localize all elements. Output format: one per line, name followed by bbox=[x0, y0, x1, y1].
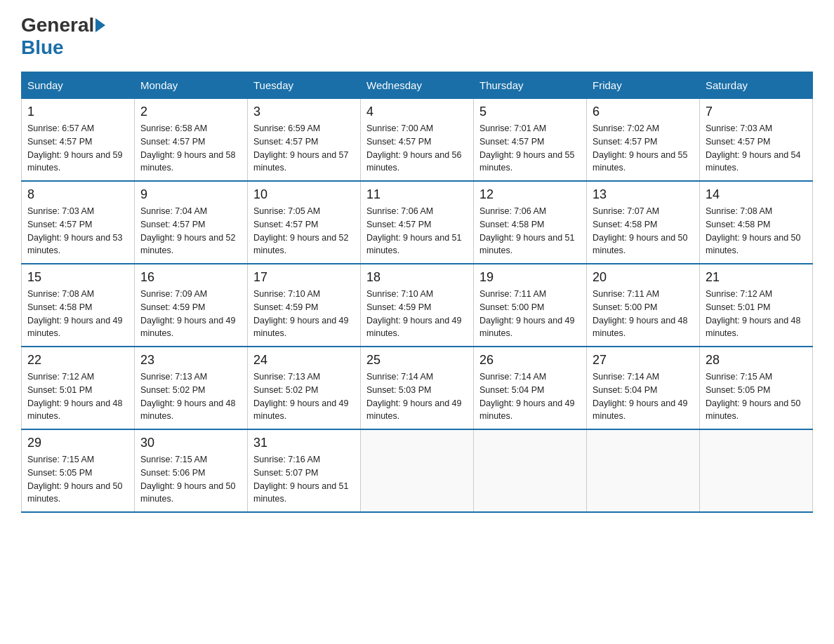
day-info: Sunrise: 7:15 AMSunset: 5:05 PMDaylight:… bbox=[706, 370, 807, 423]
calendar-cell bbox=[587, 429, 700, 512]
calendar-cell: 6 Sunrise: 7:02 AMSunset: 4:57 PMDayligh… bbox=[587, 99, 700, 182]
calendar-cell: 28 Sunrise: 7:15 AMSunset: 5:05 PMDaylig… bbox=[700, 347, 813, 429]
calendar-cell: 8 Sunrise: 7:03 AMSunset: 4:57 PMDayligh… bbox=[22, 181, 135, 264]
calendar-cell: 22 Sunrise: 7:12 AMSunset: 5:01 PMDaylig… bbox=[22, 347, 135, 429]
calendar-cell: 12 Sunrise: 7:06 AMSunset: 4:58 PMDaylig… bbox=[474, 181, 587, 264]
day-info: Sunrise: 6:57 AMSunset: 4:57 PMDaylight:… bbox=[27, 122, 128, 175]
day-number: 27 bbox=[593, 353, 694, 368]
header-thursday: Thursday bbox=[474, 72, 587, 99]
calendar-cell: 3 Sunrise: 6:59 AMSunset: 4:57 PMDayligh… bbox=[248, 99, 361, 182]
day-info: Sunrise: 7:15 AMSunset: 5:05 PMDaylight:… bbox=[27, 453, 128, 506]
day-number: 18 bbox=[366, 270, 468, 285]
header-tuesday: Tuesday bbox=[248, 72, 361, 99]
day-info: Sunrise: 7:14 AMSunset: 5:04 PMDaylight:… bbox=[593, 370, 694, 423]
logo-arrow-icon bbox=[95, 18, 105, 32]
day-number: 15 bbox=[27, 270, 128, 285]
day-number: 3 bbox=[253, 105, 355, 119]
day-info: Sunrise: 7:12 AMSunset: 5:01 PMDaylight:… bbox=[27, 370, 128, 423]
day-number: 26 bbox=[479, 353, 581, 368]
week-row-2: 8 Sunrise: 7:03 AMSunset: 4:57 PMDayligh… bbox=[22, 181, 813, 264]
header-wednesday: Wednesday bbox=[361, 72, 474, 99]
calendar-table: Sunday Monday Tuesday Wednesday Thursday… bbox=[21, 72, 813, 513]
page-header: General Blue bbox=[21, 14, 813, 59]
day-info: Sunrise: 6:59 AMSunset: 4:57 PMDaylight:… bbox=[253, 122, 355, 175]
day-info: Sunrise: 7:10 AMSunset: 4:59 PMDaylight:… bbox=[253, 288, 355, 340]
calendar-cell: 19 Sunrise: 7:11 AMSunset: 5:00 PMDaylig… bbox=[474, 264, 587, 347]
day-number: 20 bbox=[593, 270, 694, 285]
calendar-cell: 2 Sunrise: 6:58 AMSunset: 4:57 PMDayligh… bbox=[135, 99, 248, 182]
day-info: Sunrise: 7:10 AMSunset: 4:59 PMDaylight:… bbox=[366, 288, 468, 340]
calendar-cell: 15 Sunrise: 7:08 AMSunset: 4:58 PMDaylig… bbox=[22, 264, 135, 347]
day-info: Sunrise: 7:13 AMSunset: 5:02 PMDaylight:… bbox=[140, 370, 241, 423]
calendar-cell: 23 Sunrise: 7:13 AMSunset: 5:02 PMDaylig… bbox=[135, 347, 248, 429]
day-number: 13 bbox=[593, 187, 694, 202]
day-info: Sunrise: 7:12 AMSunset: 5:01 PMDaylight:… bbox=[706, 288, 807, 340]
day-number: 16 bbox=[140, 270, 241, 285]
day-info: Sunrise: 7:08 AMSunset: 4:58 PMDaylight:… bbox=[27, 288, 128, 340]
week-row-1: 1 Sunrise: 6:57 AMSunset: 4:57 PMDayligh… bbox=[22, 99, 813, 182]
day-info: Sunrise: 7:11 AMSunset: 5:00 PMDaylight:… bbox=[479, 288, 581, 340]
calendar-cell: 21 Sunrise: 7:12 AMSunset: 5:01 PMDaylig… bbox=[700, 264, 813, 347]
day-number: 10 bbox=[253, 187, 355, 202]
day-info: Sunrise: 6:58 AMSunset: 4:57 PMDaylight:… bbox=[140, 122, 241, 175]
day-number: 14 bbox=[706, 187, 807, 202]
calendar-cell: 18 Sunrise: 7:10 AMSunset: 4:59 PMDaylig… bbox=[361, 264, 474, 347]
calendar-cell: 14 Sunrise: 7:08 AMSunset: 4:58 PMDaylig… bbox=[700, 181, 813, 264]
header-monday: Monday bbox=[135, 72, 248, 99]
day-info: Sunrise: 7:06 AMSunset: 4:58 PMDaylight:… bbox=[479, 205, 581, 257]
calendar-cell: 1 Sunrise: 6:57 AMSunset: 4:57 PMDayligh… bbox=[22, 99, 135, 182]
calendar-cell: 31 Sunrise: 7:16 AMSunset: 5:07 PMDaylig… bbox=[248, 429, 361, 512]
day-info: Sunrise: 7:14 AMSunset: 5:03 PMDaylight:… bbox=[366, 370, 468, 423]
day-info: Sunrise: 7:16 AMSunset: 5:07 PMDaylight:… bbox=[253, 453, 355, 506]
day-number: 24 bbox=[253, 353, 355, 368]
day-number: 12 bbox=[479, 187, 581, 202]
day-info: Sunrise: 7:15 AMSunset: 5:06 PMDaylight:… bbox=[140, 453, 241, 506]
day-number: 4 bbox=[366, 105, 468, 119]
day-number: 23 bbox=[140, 353, 241, 368]
day-number: 8 bbox=[27, 187, 128, 202]
day-number: 19 bbox=[479, 270, 581, 285]
calendar-cell: 30 Sunrise: 7:15 AMSunset: 5:06 PMDaylig… bbox=[135, 429, 248, 512]
day-number: 29 bbox=[27, 436, 128, 450]
day-info: Sunrise: 7:05 AMSunset: 4:57 PMDaylight:… bbox=[253, 205, 355, 257]
calendar-cell: 4 Sunrise: 7:00 AMSunset: 4:57 PMDayligh… bbox=[361, 99, 474, 182]
day-number: 2 bbox=[140, 105, 241, 119]
day-number: 5 bbox=[479, 105, 581, 119]
day-info: Sunrise: 7:03 AMSunset: 4:57 PMDaylight:… bbox=[706, 122, 807, 175]
day-number: 31 bbox=[253, 436, 355, 450]
day-number: 25 bbox=[366, 353, 468, 368]
day-number: 21 bbox=[706, 270, 807, 285]
day-number: 6 bbox=[593, 105, 694, 119]
logo-general-text: General bbox=[21, 14, 94, 36]
day-info: Sunrise: 7:04 AMSunset: 4:57 PMDaylight:… bbox=[140, 205, 241, 257]
calendar-cell: 24 Sunrise: 7:13 AMSunset: 5:02 PMDaylig… bbox=[248, 347, 361, 429]
day-info: Sunrise: 7:03 AMSunset: 4:57 PMDaylight:… bbox=[27, 205, 128, 257]
day-info: Sunrise: 7:09 AMSunset: 4:59 PMDaylight:… bbox=[140, 288, 241, 340]
calendar-cell: 27 Sunrise: 7:14 AMSunset: 5:04 PMDaylig… bbox=[587, 347, 700, 429]
day-number: 7 bbox=[706, 105, 807, 119]
calendar-cell: 20 Sunrise: 7:11 AMSunset: 5:00 PMDaylig… bbox=[587, 264, 700, 347]
day-number: 28 bbox=[706, 353, 807, 368]
day-info: Sunrise: 7:00 AMSunset: 4:57 PMDaylight:… bbox=[366, 122, 468, 175]
day-info: Sunrise: 7:06 AMSunset: 4:57 PMDaylight:… bbox=[366, 205, 468, 257]
calendar-cell: 29 Sunrise: 7:15 AMSunset: 5:05 PMDaylig… bbox=[22, 429, 135, 512]
day-number: 17 bbox=[253, 270, 355, 285]
logo-blue-text: Blue bbox=[21, 36, 64, 58]
day-number: 30 bbox=[140, 436, 241, 450]
calendar-cell: 17 Sunrise: 7:10 AMSunset: 4:59 PMDaylig… bbox=[248, 264, 361, 347]
calendar-cell bbox=[700, 429, 813, 512]
calendar-cell: 11 Sunrise: 7:06 AMSunset: 4:57 PMDaylig… bbox=[361, 181, 474, 264]
calendar-cell: 26 Sunrise: 7:14 AMSunset: 5:04 PMDaylig… bbox=[474, 347, 587, 429]
calendar-cell bbox=[474, 429, 587, 512]
calendar-cell: 10 Sunrise: 7:05 AMSunset: 4:57 PMDaylig… bbox=[248, 181, 361, 264]
day-number: 1 bbox=[27, 105, 128, 119]
day-info: Sunrise: 7:11 AMSunset: 5:00 PMDaylight:… bbox=[593, 288, 694, 340]
weekday-header-row: Sunday Monday Tuesday Wednesday Thursday… bbox=[22, 72, 813, 99]
logo: General Blue bbox=[21, 14, 107, 59]
day-info: Sunrise: 7:13 AMSunset: 5:02 PMDaylight:… bbox=[253, 370, 355, 423]
calendar-cell: 9 Sunrise: 7:04 AMSunset: 4:57 PMDayligh… bbox=[135, 181, 248, 264]
day-info: Sunrise: 7:14 AMSunset: 5:04 PMDaylight:… bbox=[479, 370, 581, 423]
calendar-cell: 5 Sunrise: 7:01 AMSunset: 4:57 PMDayligh… bbox=[474, 99, 587, 182]
week-row-4: 22 Sunrise: 7:12 AMSunset: 5:01 PMDaylig… bbox=[22, 347, 813, 429]
day-info: Sunrise: 7:02 AMSunset: 4:57 PMDaylight:… bbox=[593, 122, 694, 175]
